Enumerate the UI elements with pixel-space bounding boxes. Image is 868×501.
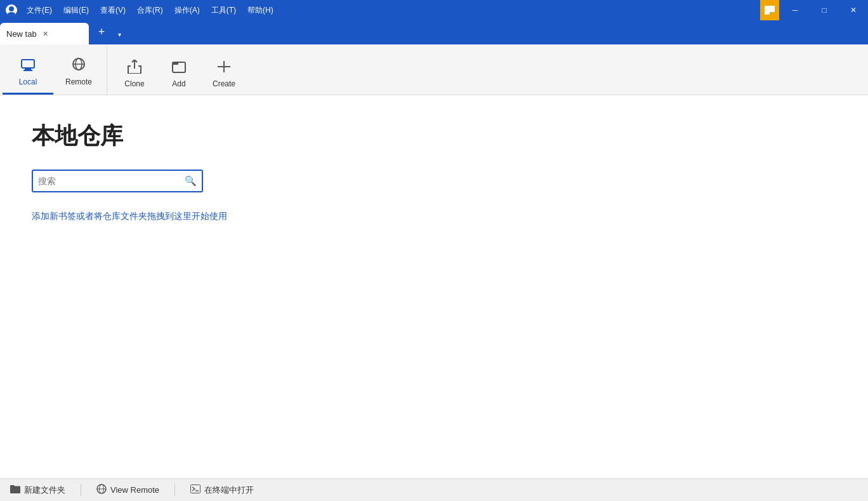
svg-rect-4	[22, 60, 34, 68]
add-label: Add	[172, 79, 185, 88]
menu-action[interactable]: 操作(A)	[169, 3, 205, 18]
flag-icon[interactable]	[760, 0, 779, 20]
tab-dropdown-button[interactable]: ▾	[112, 27, 127, 42]
terminal-button[interactable]: 在终端中打开	[190, 484, 254, 496]
separator-1	[81, 484, 81, 497]
toolbar: Local Remote Clone	[0, 44, 868, 95]
tab-close-button[interactable]: ✕	[41, 29, 51, 39]
create-label: Create	[213, 79, 235, 88]
hint-link[interactable]: 添加新书签或者将仓库文件夹拖拽到这里开始使用	[32, 211, 227, 221]
remote-icon	[71, 57, 86, 75]
terminal-icon	[190, 484, 201, 495]
globe-icon	[96, 484, 107, 496]
local-icon	[20, 57, 36, 75]
clone-icon	[127, 60, 142, 77]
separator-2	[174, 484, 175, 497]
menu-repo[interactable]: 合库(R)	[132, 3, 168, 18]
close-button[interactable]: ✕	[839, 0, 868, 20]
main-content: 本地仓库 🔍 添加新书签或者将仓库文件夹拖拽到这里开始使用	[0, 95, 868, 478]
terminal-label: 在终端中打开	[204, 484, 254, 496]
new-folder-label: 新建文件夹	[24, 484, 65, 496]
create-icon	[216, 60, 232, 77]
svg-rect-5	[25, 68, 31, 70]
minimize-button[interactable]: ─	[780, 0, 810, 20]
actions-section: Clone Add Create	[107, 44, 252, 95]
local-label: Local	[19, 77, 37, 86]
menu-edit[interactable]: 编辑(E)	[58, 3, 94, 18]
menu-tools[interactable]: 工具(T)	[206, 3, 241, 18]
menu-help[interactable]: 帮助(H)	[242, 3, 279, 18]
add-icon	[171, 60, 187, 77]
nav-section: Local Remote	[0, 44, 107, 95]
add-action[interactable]: Add	[157, 55, 201, 95]
clone-action[interactable]: Clone	[112, 55, 157, 95]
tabbar: New tab ✕ + ▾	[0, 20, 868, 44]
maximize-button[interactable]: □	[810, 0, 839, 20]
page-title: 本地仓库	[32, 121, 836, 152]
tab-label: New tab	[6, 29, 37, 39]
titlebar: 文件(E) 编辑(E) 查看(V) 合库(R) 操作(A) 工具(T) 帮助(H…	[0, 0, 868, 20]
search-box: 🔍	[32, 170, 203, 192]
clone-label: Clone	[124, 79, 144, 88]
view-remote-label: View Remote	[110, 485, 159, 495]
view-remote-button[interactable]: View Remote	[96, 484, 159, 496]
folder-icon	[10, 484, 20, 495]
app-logo	[5, 4, 18, 17]
active-tab[interactable]: New tab ✕	[0, 23, 89, 44]
new-tab-button[interactable]: +	[91, 22, 112, 42]
svg-rect-12	[173, 62, 178, 65]
statusbar: 新建文件夹 View Remote 在终端中打开	[0, 478, 868, 501]
menu-bar: 文件(E) 编辑(E) 查看(V) 合库(R) 操作(A) 工具(T) 帮助(H…	[22, 3, 279, 18]
svg-rect-6	[23, 70, 32, 71]
menu-view[interactable]: 查看(V)	[95, 3, 131, 18]
create-action[interactable]: Create	[201, 55, 247, 95]
svg-point-2	[8, 12, 15, 16]
search-input[interactable]	[38, 176, 185, 186]
new-folder-button[interactable]: 新建文件夹	[10, 484, 65, 496]
svg-point-1	[9, 6, 14, 11]
svg-marker-3	[765, 6, 775, 15]
window-controls: ─ □ ✕	[760, 0, 868, 20]
nav-local[interactable]: Local	[3, 52, 53, 95]
nav-remote[interactable]: Remote	[53, 52, 104, 95]
remote-label: Remote	[65, 77, 92, 86]
menu-file[interactable]: 文件(E)	[22, 3, 57, 18]
search-icon: 🔍	[185, 175, 197, 187]
